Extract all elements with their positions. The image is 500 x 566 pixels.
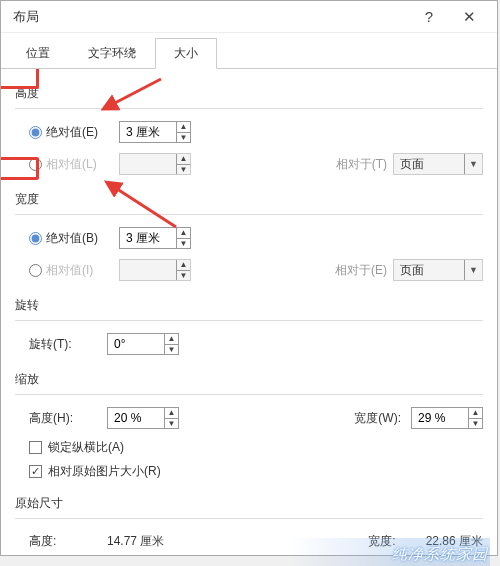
relative-original-checkbox[interactable]: ✓ 相对原始图片大小(R) — [15, 459, 483, 483]
rotate-input[interactable] — [108, 334, 164, 354]
group-rotate-title: 旋转 — [15, 297, 39, 314]
height-relative-to-label: 相对于(T) — [336, 156, 387, 173]
original-height-label: 高度: — [29, 533, 107, 550]
scale-height-spinner[interactable]: ▲▼ — [107, 407, 179, 429]
spin-down-icon[interactable]: ▼ — [165, 418, 178, 429]
spin-down-icon[interactable]: ▼ — [165, 344, 178, 355]
content-area: 高度 绝对值(E) ▲▼ 相对值(L) ▲▼ — [1, 69, 497, 555]
width-relative-to-label: 相对于(E) — [335, 262, 387, 279]
height-absolute-input[interactable] — [120, 122, 176, 142]
height-absolute-row: 绝对值(E) ▲▼ — [15, 117, 483, 147]
rotate-spinner[interactable]: ▲▼ — [107, 333, 179, 355]
titlebar: 布局 ? ✕ — [1, 1, 497, 33]
height-absolute-radio[interactable]: 绝对值(E) — [29, 124, 119, 141]
scale-width-input[interactable] — [412, 408, 468, 428]
width-absolute-input[interactable] — [120, 228, 176, 248]
scale-width-label: 宽度(W): — [354, 410, 401, 427]
spin-down-icon[interactable]: ▼ — [177, 132, 190, 143]
height-absolute-spinner[interactable]: ▲▼ — [119, 121, 191, 143]
spin-up-icon[interactable]: ▲ — [469, 408, 482, 418]
scale-height-label: 高度(H): — [29, 410, 107, 427]
width-relative-radio[interactable]: 相对值(I) — [29, 262, 119, 279]
width-absolute-row: 绝对值(B) ▲▼ — [15, 223, 483, 253]
tab-text-wrapping[interactable]: 文字环绕 — [69, 38, 155, 69]
spin-up-icon[interactable]: ▲ — [177, 228, 190, 238]
spin-up-icon[interactable]: ▲ — [177, 122, 190, 132]
height-relative-radio-input[interactable] — [29, 158, 42, 171]
width-absolute-radio-input[interactable] — [29, 232, 42, 245]
lock-ratio-checkbox[interactable]: 锁定纵横比(A) — [15, 435, 483, 459]
chevron-down-icon: ▼ — [464, 260, 482, 280]
tab-position[interactable]: 位置 — [7, 38, 69, 69]
original-height-value: 14.77 厘米 — [107, 533, 164, 550]
height-relative-row: 相对值(L) ▲▼ 相对于(T) 页面 ▼ — [15, 149, 483, 179]
width-relative-to-combo: 页面 ▼ — [393, 259, 483, 281]
rotate-label: 旋转(T): — [29, 336, 107, 353]
close-button[interactable]: ✕ — [449, 3, 489, 31]
width-relative-radio-input[interactable] — [29, 264, 42, 277]
chevron-down-icon: ▼ — [464, 154, 482, 174]
group-scale-title: 缩放 — [15, 371, 39, 388]
height-relative-spinner: ▲▼ — [119, 153, 191, 175]
spin-down-icon[interactable]: ▼ — [177, 238, 190, 249]
checkbox-checked-icon: ✓ — [29, 465, 42, 478]
dialog-title: 布局 — [13, 8, 409, 26]
spin-up-icon[interactable]: ▲ — [165, 408, 178, 418]
width-absolute-radio[interactable]: 绝对值(B) — [29, 230, 119, 247]
group-width-title: 宽度 — [15, 191, 39, 208]
group-original-title: 原始尺寸 — [15, 495, 63, 512]
scale-width-spinner[interactable]: ▲▼ — [411, 407, 483, 429]
checkbox-icon — [29, 441, 42, 454]
watermark: 纯净系统家园 — [392, 545, 488, 564]
spin-up-icon[interactable]: ▲ — [165, 334, 178, 344]
height-absolute-radio-input[interactable] — [29, 126, 42, 139]
group-height-title: 高度 — [15, 85, 39, 102]
tab-strip: 位置 文字环绕 大小 — [1, 33, 497, 69]
height-relative-to-combo: 页面 ▼ — [393, 153, 483, 175]
help-button[interactable]: ? — [409, 3, 449, 31]
scale-height-input[interactable] — [108, 408, 164, 428]
width-relative-spinner: ▲▼ — [119, 259, 191, 281]
tab-size[interactable]: 大小 — [155, 38, 217, 69]
width-absolute-spinner[interactable]: ▲▼ — [119, 227, 191, 249]
spin-down-icon[interactable]: ▼ — [469, 418, 482, 429]
layout-dialog: 布局 ? ✕ 位置 文字环绕 大小 高度 绝对值(E) ▲▼ — [0, 0, 498, 556]
width-relative-row: 相对值(I) ▲▼ 相对于(E) 页面 ▼ — [15, 255, 483, 285]
height-relative-radio[interactable]: 相对值(L) — [29, 156, 119, 173]
